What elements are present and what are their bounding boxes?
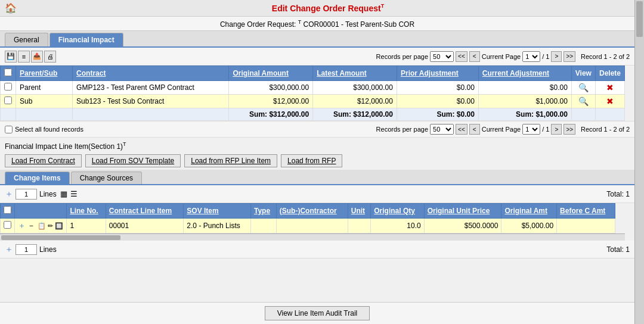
bottom-prev-page-btn[interactable]: <	[469, 124, 480, 135]
add-row-icon[interactable]: ＋	[5, 189, 13, 200]
detail-row-checkbox-cell	[1, 219, 15, 233]
dth-line-no[interactable]: Line No.	[67, 204, 106, 219]
top-pagination: Records per page 50 25 100 << < Current …	[376, 51, 630, 62]
lines-label-bottom: Lines	[39, 245, 57, 254]
dth-before-c-amt[interactable]: Before C Amt	[557, 204, 615, 219]
scrollbar[interactable]	[634, 0, 644, 324]
lines-input[interactable]	[16, 189, 37, 200]
dth-sov-item[interactable]: SOV Item	[184, 204, 251, 219]
records-per-page-select[interactable]: 50 25 100	[430, 51, 454, 62]
sub-tab-change-items[interactable]: Change Items	[5, 172, 70, 184]
row-checkbox[interactable]	[4, 83, 12, 91]
prev-page-btn[interactable]: <	[469, 51, 480, 62]
save-icon[interactable]: 💾	[5, 51, 17, 63]
top-bar: 🏠 Edit Change Order RequestT	[0, 0, 644, 17]
dth-contract-line-item[interactable]: Contract Line Item	[106, 204, 184, 219]
dth-unit[interactable]: Unit	[348, 204, 371, 219]
row-original-amount: $12,000.00	[229, 95, 313, 108]
row-delete-cell[interactable]: ✖	[595, 95, 624, 108]
next-page-btn[interactable]: >	[551, 51, 562, 62]
dth-original-amt[interactable]: Original Amt	[501, 204, 557, 219]
list-icon[interactable]: ≡	[18, 51, 30, 63]
dth-original-qty[interactable]: Original Qty	[371, 204, 424, 219]
load-from-contract-btn[interactable]: Load From Contract	[5, 154, 82, 167]
detail-edit-icon[interactable]: ✏	[48, 222, 53, 229]
th-original-amount[interactable]: Original Amount	[229, 66, 313, 81]
inner-toolbar-icons: ▦ ☰	[60, 189, 78, 198]
view-icon[interactable]: 🔍	[578, 96, 589, 106]
detail-table-wrapper: Line No. Contract Line Item SOV Item Typ…	[0, 203, 625, 241]
table-row: Sub Sub123 - Test Sub Contract $12,000.0…	[1, 95, 625, 108]
select-all-found-checkbox[interactable]	[5, 126, 13, 133]
lines-bottom-input[interactable]	[16, 244, 37, 255]
home-icon[interactable]: 🏠	[5, 2, 17, 14]
add-row-bottom-icon[interactable]: ＋	[5, 244, 13, 255]
detail-select-all-checkbox[interactable]	[4, 206, 11, 214]
dth-type[interactable]: Type	[250, 204, 276, 219]
audit-trail-btn[interactable]: View Line Item Audit Trail	[265, 306, 370, 320]
load-from-sov-template-btn[interactable]: Load From SOV Template	[85, 154, 181, 167]
sum-empty-5	[595, 108, 624, 121]
dth-actions	[15, 204, 67, 219]
subtitle-bar: Change Order Request: T COR00001 - Test …	[0, 17, 634, 31]
bottom-next-page-btn[interactable]: >	[551, 124, 562, 135]
total-pages: /	[542, 53, 544, 60]
detail-copy-icon[interactable]: 📋	[38, 222, 46, 229]
sum-original-amount: Sum: $312,000.00	[229, 108, 313, 121]
print-icon[interactable]: 🖨	[44, 51, 56, 63]
dth-sub-contractor[interactable]: (Sub-)Contractor	[276, 204, 348, 219]
row-delete-cell[interactable]: ✖	[595, 81, 624, 95]
bottom-current-page-select[interactable]: 1	[522, 124, 540, 135]
page-title: Edit Change Order RequestT	[17, 3, 639, 13]
main-content: Change Order Request: T COR00001 - Test …	[0, 17, 634, 324]
sum-empty-1	[1, 108, 16, 121]
load-from-rfp-line-item-btn[interactable]: Load from RFP Line Item	[184, 154, 277, 167]
table-row: Parent GMP123 - Test Parent GMP Contract…	[1, 81, 625, 95]
tab-general[interactable]: General	[5, 33, 48, 46]
dth-original-unit-price[interactable]: Original Unit Price	[424, 204, 501, 219]
last-page-btn[interactable]: >>	[564, 51, 575, 62]
row-checkbox[interactable]	[4, 96, 12, 104]
th-latest-amount[interactable]: Latest Amount	[313, 66, 397, 81]
th-prior-adjustment[interactable]: Prior Adjustment	[397, 66, 478, 81]
load-from-rfp-btn[interactable]: Load from RFP	[281, 154, 342, 167]
detail-add-icon[interactable]: ＋	[18, 221, 26, 230]
th-current-adjustment[interactable]: Current Adjustment	[478, 66, 571, 81]
detail-table: Line No. Contract Line Item SOV Item Typ…	[0, 203, 615, 233]
th-contract[interactable]: Contract	[73, 66, 229, 81]
detail-flag-icon[interactable]: 🔲	[55, 222, 63, 229]
bottom-last-page-btn[interactable]: >>	[564, 124, 575, 135]
hscroll-bar[interactable]	[0, 233, 625, 241]
delete-icon[interactable]: ✖	[606, 96, 614, 106]
detail-row-checkbox[interactable]	[4, 221, 11, 229]
first-page-btn[interactable]: <<	[456, 51, 467, 62]
tab-financial-impact[interactable]: Financial Impact	[49, 33, 123, 46]
grid-icon[interactable]: ▦	[60, 189, 67, 198]
export-icon[interactable]: 📤	[31, 51, 43, 63]
view-icon[interactable]: 🔍	[578, 83, 589, 92]
current-page-select[interactable]: 1	[522, 51, 540, 62]
hscroll-thumb[interactable]	[1, 235, 120, 240]
inner-toolbar-total-top: Total: 1	[606, 190, 630, 198]
row-view-cell[interactable]: 🔍	[571, 95, 595, 108]
th-parent-sub[interactable]: Parent/Sub	[16, 66, 73, 81]
section-title: Financial Impact Line Item(Section 1)T	[0, 138, 634, 152]
detail-row-original-amt: $5,000.00	[501, 219, 557, 233]
sum-empty-4	[571, 108, 595, 121]
th-delete: Delete	[595, 66, 624, 81]
select-all-checkbox[interactable]	[4, 68, 12, 76]
total-pages-value: 1	[546, 53, 549, 60]
sub-tab-change-sources[interactable]: Change Sources	[71, 172, 142, 184]
scrollbar-thumb[interactable]	[636, 1, 643, 37]
delete-icon[interactable]: ✖	[606, 83, 614, 92]
inner-toolbar-bottom: ＋ Lines Total: 1	[0, 241, 634, 258]
bottom-records-per-page-label: Records per page	[376, 126, 428, 133]
detail-row-type	[250, 219, 276, 233]
toolbar-row: 💾 ≡ 📤 🖨 Records per page 50 25 100 << < …	[0, 48, 634, 66]
detail-minus-icon[interactable]: －	[27, 221, 35, 230]
bottom-first-page-btn[interactable]: <<	[456, 124, 467, 135]
row-view-cell[interactable]: 🔍	[571, 81, 595, 95]
bottom-records-per-page-select[interactable]: 50	[430, 124, 454, 135]
list-detail-icon[interactable]: ☰	[70, 189, 78, 198]
detail-row-original-qty: 10.0	[371, 219, 424, 233]
